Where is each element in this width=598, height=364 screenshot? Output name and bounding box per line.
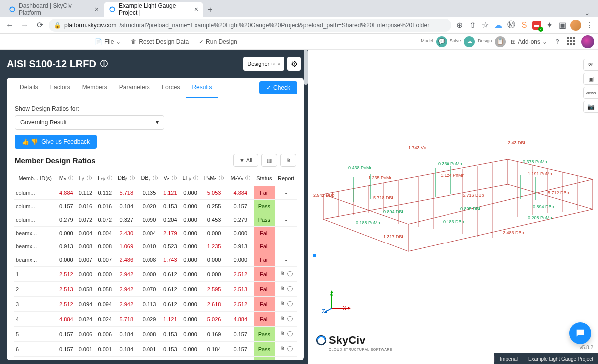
- check-button[interactable]: ✓ Check: [259, 81, 297, 94]
- info-icon[interactable]: ⓘ: [287, 330, 293, 338]
- report-icon[interactable]: 🗎: [280, 345, 285, 353]
- settings-button[interactable]: ⚙: [287, 57, 301, 71]
- columns-button[interactable]: ▥: [261, 154, 277, 167]
- info-icon[interactable]: ⓘ: [172, 175, 177, 181]
- tab-parameters[interactable]: Parameters: [113, 78, 156, 98]
- browser-tab-1[interactable]: Dashboard | SkyCiv Platform ×: [4, 2, 104, 17]
- tab-results[interactable]: Results: [186, 78, 218, 98]
- info-icon[interactable]: ⓘ: [107, 175, 112, 181]
- info-icon[interactable]: ⓘ: [153, 175, 158, 181]
- view-mode-tool[interactable]: ▣: [583, 73, 598, 85]
- close-icon[interactable]: ×: [194, 5, 198, 13]
- table-row[interactable]: 12.5120.0000.0002.9420.0000.6120.0000.00…: [14, 267, 297, 282]
- menu-icon[interactable]: ⋮: [584, 20, 594, 30]
- profile-avatar[interactable]: [570, 20, 581, 31]
- window-icon[interactable]: ▣: [557, 20, 567, 30]
- chevron-down-icon[interactable]: ⌄: [584, 9, 594, 17]
- table-row[interactable]: beamx...0.9130.0080.0081.0690.0100.5230.…: [14, 240, 297, 253]
- info-icon[interactable]: ⓘ: [87, 175, 92, 181]
- col-header[interactable]: Memb... ID(s): [14, 171, 56, 186]
- browser-tab-2[interactable]: Example Light Gauge Project | ×: [104, 2, 203, 17]
- back-button[interactable]: ←: [4, 19, 16, 31]
- report-icon[interactable]: 🗎: [280, 285, 285, 293]
- ratio-filter-select[interactable]: Governing Result ▾: [15, 115, 164, 130]
- table-row[interactable]: 60.1570.0010.0010.1840.0010.1530.0000.18…: [14, 342, 297, 357]
- help-icon[interactable]: ?: [552, 37, 562, 47]
- run-design-button[interactable]: ✓ Run Design: [199, 38, 237, 45]
- col-header[interactable]: MₙVₙ ⓘ: [227, 171, 254, 186]
- cloud-icon[interactable]: ☁: [493, 20, 503, 30]
- reload-button[interactable]: ⟳: [34, 19, 46, 31]
- table-row[interactable]: beamx...0.0000.0070.0072.4860.0081.7430.…: [14, 253, 297, 267]
- table-row[interactable]: colum...0.2790.0720.0720.3270.0900.2040.…: [14, 213, 297, 227]
- tab-forces[interactable]: Forces: [156, 78, 186, 98]
- info-icon[interactable]: ⓘ: [287, 345, 293, 353]
- info-icon[interactable]: ⓘ: [68, 175, 73, 181]
- table-row[interactable]: 32.5120.0940.0942.9420.1130.6120.0002.61…: [14, 297, 297, 312]
- info-icon[interactable]: ⓘ: [130, 175, 135, 181]
- feedback-button[interactable]: 👍 👎 Give us Feedback: [15, 135, 97, 149]
- search-icon[interactable]: ⊕: [454, 20, 464, 30]
- project-label[interactable]: Example Light Gauge Project: [523, 356, 598, 362]
- extension-badge-icon[interactable]: ▬: [532, 21, 541, 30]
- info-icon[interactable]: ⓘ: [245, 175, 250, 181]
- units-label[interactable]: Imperial: [494, 356, 523, 362]
- col-header[interactable]: DB꜀ ⓘ: [138, 171, 160, 186]
- camera-tool[interactable]: 📷: [583, 101, 598, 113]
- report-icon[interactable]: 🗎: [280, 330, 285, 338]
- table-row[interactable]: 50.1570.0060.0060.1840.0080.1530.0000.16…: [14, 327, 297, 342]
- info-icon[interactable]: ⓘ: [193, 175, 198, 181]
- info-icon[interactable]: ⓘ: [287, 315, 293, 323]
- tab-details[interactable]: Details: [14, 78, 44, 98]
- col-header[interactable]: DBᵦ ⓘ: [115, 171, 138, 186]
- extension-icon[interactable]: S: [519, 20, 529, 30]
- report-icon[interactable]: 🗎: [280, 300, 285, 308]
- info-icon[interactable]: ⓘ: [287, 270, 293, 278]
- reset-design-button[interactable]: 🗑 Reset Design Data: [131, 38, 189, 45]
- info-icon[interactable]: ⓘ: [287, 285, 293, 293]
- table-row[interactable]: beamx...0.0000.0040.0042.4300.0042.1790.…: [14, 227, 297, 240]
- col-header[interactable]: LTᵦ ⓘ: [180, 171, 201, 186]
- col-header[interactable]: Status: [254, 171, 275, 186]
- col-header[interactable]: Mₙ ⓘ: [56, 171, 76, 186]
- tab-factors[interactable]: Factors: [44, 78, 76, 98]
- col-header[interactable]: PₙMₙ ⓘ: [201, 171, 227, 186]
- table-row[interactable]: colum...0.1570.0160.0160.1840.0200.1530.…: [14, 200, 297, 213]
- table-row[interactable]: 22.5130.0580.0582.9420.0700.6120.0002.59…: [14, 282, 297, 297]
- url-field[interactable]: 🔒 platform.skyciv.com/structural?preload…: [49, 19, 451, 32]
- tab-members[interactable]: Members: [76, 78, 113, 98]
- design-status-icon[interactable]: 📋: [495, 36, 506, 47]
- model-viewer[interactable]: 👁 ▣ Views 📷: [308, 50, 598, 364]
- table-row[interactable]: colum...4.8840.1120.1125.7180.1351.1210.…: [14, 186, 297, 200]
- visibility-tool[interactable]: 👁: [583, 59, 598, 71]
- col-header[interactable]: Fᵦ ⓘ: [76, 171, 95, 186]
- info-icon[interactable]: ⓘ: [219, 175, 224, 181]
- chat-button[interactable]: [569, 322, 591, 344]
- star-icon[interactable]: ☆: [480, 20, 490, 30]
- views-tool[interactable]: Views: [583, 87, 598, 99]
- report-icon[interactable]: 🗎: [280, 315, 285, 323]
- info-icon[interactable]: ⓘ: [100, 59, 108, 69]
- close-icon[interactable]: ×: [95, 5, 99, 13]
- scrollbar[interactable]: [304, 50, 308, 85]
- info-icon[interactable]: ⓘ: [287, 300, 293, 308]
- report-icon[interactable]: 🗎: [280, 270, 285, 278]
- extension-icon[interactable]: Ⓜ: [506, 20, 516, 30]
- model-status-icon[interactable]: 💬: [436, 36, 447, 47]
- col-header[interactable]: Vₙ ⓘ: [161, 171, 180, 186]
- new-tab-button[interactable]: +: [203, 3, 217, 17]
- col-header[interactable]: Report: [275, 171, 297, 186]
- addons-menu[interactable]: ⊞ Add-ons ⌄: [511, 38, 547, 45]
- share-icon[interactable]: ⇧: [467, 20, 477, 30]
- col-header[interactable]: Fₜᵦ ⓘ: [95, 171, 115, 186]
- filter-all-button[interactable]: ▼ All: [233, 154, 258, 167]
- user-avatar[interactable]: [581, 35, 594, 48]
- table-row[interactable]: 44.8840.0240.0245.7180.0291.1210.0005.02…: [14, 312, 297, 327]
- file-menu[interactable]: 📄 File ⌄: [95, 38, 121, 45]
- solve-status-icon[interactable]: ☁: [464, 36, 475, 47]
- forward-button[interactable]: →: [19, 19, 31, 31]
- apps-grid-icon[interactable]: [567, 37, 576, 46]
- table-row[interactable]: 70.1570.0030.0030.1840.0040.1530.0000.20…: [14, 357, 297, 361]
- export-button[interactable]: 🗎: [280, 154, 296, 167]
- extensions-icon[interactable]: ✦: [544, 20, 554, 30]
